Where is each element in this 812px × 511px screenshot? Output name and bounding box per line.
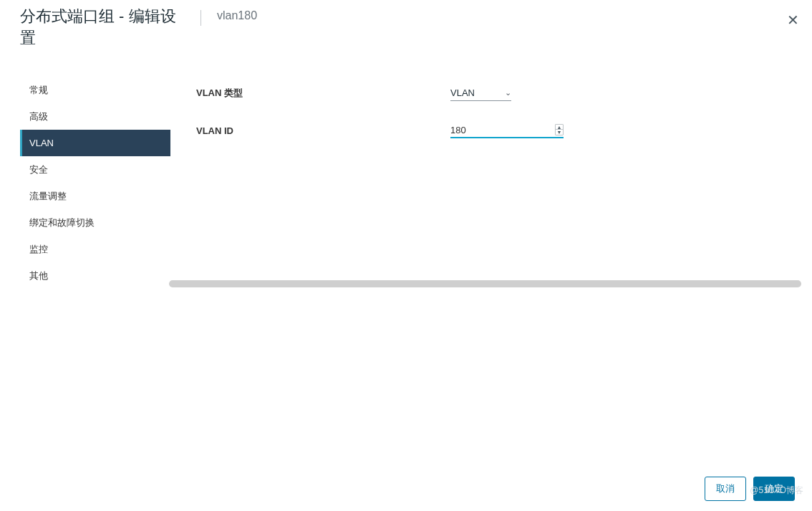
dialog-subtitle: vlan180	[217, 6, 257, 22]
close-icon[interactable]: ✕	[787, 13, 799, 27]
vlan-id-input[interactable]	[450, 125, 536, 135]
dialog-title: 分布式端口组 - 编辑设置	[20, 6, 185, 48]
sidebar-item-advanced[interactable]: 高级	[20, 103, 170, 130]
sidebar-item-security[interactable]: 安全	[20, 156, 170, 183]
step-down-icon[interactable]: ▼	[556, 130, 563, 135]
chevron-down-icon: ⌄	[505, 88, 511, 97]
sidebar: 常规 高级 VLAN 安全 流量调整 绑定和故障切换 监控 其他	[20, 58, 170, 287]
sidebar-item-teaming[interactable]: 绑定和故障切换	[20, 209, 170, 236]
step-up-icon[interactable]: ▲	[556, 125, 563, 130]
sidebar-item-traffic[interactable]: 流量调整	[20, 183, 170, 209]
vlan-id-label: VLAN ID	[196, 125, 450, 136]
cancel-button[interactable]: 取消	[705, 477, 746, 501]
header-divider	[200, 10, 201, 26]
sidebar-item-monitoring[interactable]: 监控	[20, 236, 170, 262]
sidebar-item-misc[interactable]: 其他	[20, 262, 170, 289]
horizontal-scrollbar[interactable]	[169, 280, 801, 287]
watermark: @51CTO博客	[750, 484, 803, 497]
vlan-id-stepper[interactable]: ▲ ▼	[555, 124, 564, 135]
vlan-type-select[interactable]: VLAN ⌄	[450, 85, 511, 101]
vlan-type-label: VLAN 类型	[196, 87, 450, 100]
sidebar-item-vlan[interactable]: VLAN	[20, 130, 170, 156]
dialog-footer: 取消 确定	[0, 467, 812, 511]
vlan-type-value: VLAN	[450, 87, 475, 98]
sidebar-item-general[interactable]: 常规	[20, 77, 170, 103]
main-panel: VLAN 类型 VLAN ⌄ VLAN ID ▲ ▼	[170, 58, 792, 287]
